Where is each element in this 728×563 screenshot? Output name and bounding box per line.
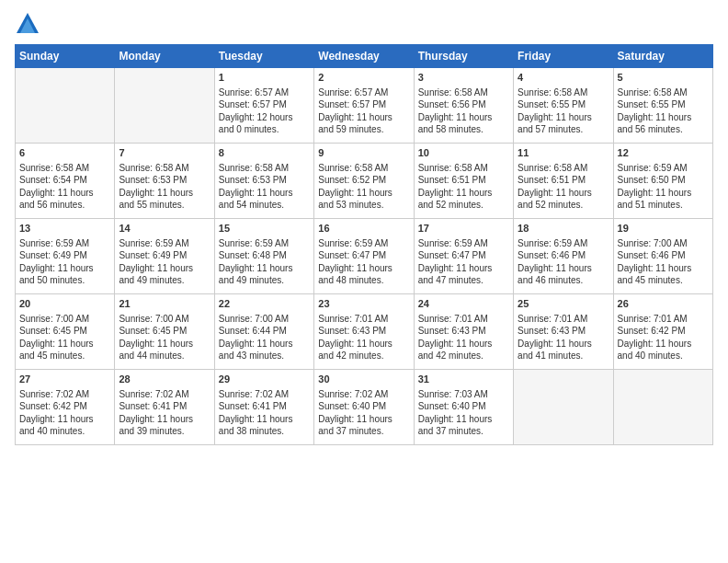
sunrise: Sunrise: 7:02 AM (19, 389, 89, 399)
daylight: Daylight: 11 hours and 54 minutes. (219, 188, 293, 211)
header-row: SundayMondayTuesdayWednesdayThursdayFrid… (16, 45, 713, 68)
sunset: Sunset: 6:53 PM (119, 175, 187, 185)
day-cell: 25Sunrise: 7:01 AMSunset: 6:43 PMDayligh… (514, 294, 613, 370)
sunset: Sunset: 6:49 PM (119, 250, 187, 260)
day-cell: 10Sunrise: 6:58 AMSunset: 6:51 PMDayligh… (414, 144, 513, 219)
day-cell: 7Sunrise: 6:58 AMSunset: 6:53 PMDaylight… (115, 144, 214, 219)
day-cell: 17Sunrise: 6:59 AMSunset: 6:47 PMDayligh… (414, 219, 513, 294)
day-number: 28 (119, 373, 210, 386)
logo-icon (15, 11, 40, 37)
sunset: Sunset: 6:42 PM (19, 401, 87, 411)
day-number: 1 (219, 71, 310, 85)
day-number: 5 (618, 71, 709, 85)
daylight: Daylight: 11 hours and 49 minutes. (219, 263, 293, 286)
sunset: Sunset: 6:57 PM (318, 99, 386, 109)
day-cell: 3Sunrise: 6:58 AMSunset: 6:56 PMDaylight… (414, 68, 513, 144)
day-number: 19 (618, 222, 709, 236)
daylight: Daylight: 11 hours and 46 minutes. (518, 263, 592, 286)
day-number: 22 (219, 297, 310, 311)
sunrise: Sunrise: 6:58 AM (318, 163, 388, 173)
calendar-header: SundayMondayTuesdayWednesdayThursdayFrid… (16, 45, 713, 68)
daylight: Daylight: 11 hours and 43 minutes. (219, 339, 293, 362)
day-number: 10 (418, 146, 509, 160)
sunset: Sunset: 6:53 PM (219, 175, 287, 185)
day-number: 6 (19, 146, 110, 160)
day-number: 13 (19, 222, 110, 236)
sunset: Sunset: 6:48 PM (219, 250, 287, 260)
sunrise: Sunrise: 7:02 AM (318, 389, 388, 399)
sunrise: Sunrise: 6:59 AM (618, 163, 688, 173)
day-number: 4 (518, 71, 609, 85)
sunrise: Sunrise: 6:58 AM (518, 163, 587, 173)
daylight: Daylight: 11 hours and 57 minutes. (518, 112, 592, 135)
header-day-monday: Monday (115, 45, 214, 68)
daylight: Daylight: 11 hours and 39 minutes. (119, 414, 193, 437)
day-number: 25 (518, 297, 609, 311)
day-number: 24 (418, 297, 509, 311)
header-day-saturday: Saturday (613, 45, 712, 68)
daylight: Daylight: 11 hours and 45 minutes. (19, 339, 94, 362)
header-day-sunday: Sunday (16, 45, 115, 68)
header-day-thursday: Thursday (414, 45, 513, 68)
sunset: Sunset: 6:51 PM (518, 175, 586, 185)
sunrise: Sunrise: 6:57 AM (219, 87, 289, 98)
day-number: 8 (219, 146, 310, 160)
day-cell: 5Sunrise: 6:58 AMSunset: 6:55 PMDaylight… (613, 68, 712, 144)
day-cell (613, 370, 712, 445)
day-cell: 19Sunrise: 7:00 AMSunset: 6:46 PMDayligh… (613, 219, 712, 294)
day-cell: 30Sunrise: 7:02 AMSunset: 6:40 PMDayligh… (314, 370, 414, 445)
sunrise: Sunrise: 6:58 AM (418, 163, 488, 173)
sunrise: Sunrise: 6:59 AM (318, 238, 388, 248)
sunset: Sunset: 6:54 PM (19, 175, 87, 185)
header-day-tuesday: Tuesday (214, 45, 313, 68)
logo (15, 11, 44, 37)
day-cell: 16Sunrise: 6:59 AMSunset: 6:47 PMDayligh… (314, 219, 414, 294)
sunrise: Sunrise: 6:59 AM (119, 238, 188, 248)
day-cell: 9Sunrise: 6:58 AMSunset: 6:52 PMDaylight… (314, 144, 414, 219)
day-number: 7 (119, 146, 210, 160)
daylight: Daylight: 11 hours and 52 minutes. (518, 188, 592, 211)
day-cell: 11Sunrise: 6:58 AMSunset: 6:51 PMDayligh… (514, 144, 613, 219)
week-row-1: 1Sunrise: 6:57 AMSunset: 6:57 PMDaylight… (16, 68, 713, 144)
daylight: Daylight: 11 hours and 53 minutes. (318, 188, 392, 211)
header-day-friday: Friday (514, 45, 613, 68)
sunset: Sunset: 6:41 PM (219, 401, 287, 411)
sunrise: Sunrise: 7:01 AM (618, 314, 688, 324)
sunset: Sunset: 6:43 PM (418, 326, 486, 336)
day-cell: 14Sunrise: 6:59 AMSunset: 6:49 PMDayligh… (115, 219, 214, 294)
sunrise: Sunrise: 7:00 AM (618, 238, 688, 248)
daylight: Daylight: 11 hours and 58 minutes. (418, 112, 493, 135)
sunrise: Sunrise: 6:59 AM (19, 238, 89, 248)
daylight: Daylight: 11 hours and 42 minutes. (418, 339, 493, 362)
daylight: Daylight: 11 hours and 48 minutes. (318, 263, 392, 286)
day-cell: 24Sunrise: 7:01 AMSunset: 6:43 PMDayligh… (414, 294, 513, 370)
daylight: Daylight: 11 hours and 42 minutes. (318, 339, 392, 362)
header (15, 11, 713, 37)
sunset: Sunset: 6:40 PM (418, 401, 486, 411)
day-cell: 6Sunrise: 6:58 AMSunset: 6:54 PMDaylight… (16, 144, 115, 219)
day-cell: 26Sunrise: 7:01 AMSunset: 6:42 PMDayligh… (613, 294, 712, 370)
day-number: 26 (618, 297, 709, 311)
daylight: Daylight: 11 hours and 40 minutes. (618, 339, 692, 362)
sunset: Sunset: 6:44 PM (219, 326, 287, 336)
sunrise: Sunrise: 7:02 AM (219, 389, 289, 399)
day-cell (514, 370, 613, 445)
daylight: Daylight: 11 hours and 44 minutes. (119, 339, 193, 362)
day-cell: 12Sunrise: 6:59 AMSunset: 6:50 PMDayligh… (613, 144, 712, 219)
day-cell: 18Sunrise: 6:59 AMSunset: 6:46 PMDayligh… (514, 219, 613, 294)
sunrise: Sunrise: 7:03 AM (418, 389, 488, 399)
week-row-5: 27Sunrise: 7:02 AMSunset: 6:42 PMDayligh… (16, 370, 713, 445)
daylight: Daylight: 11 hours and 51 minutes. (618, 188, 692, 211)
day-number: 11 (518, 146, 609, 160)
page-container: SundayMondayTuesdayWednesdayThursdayFrid… (0, 0, 728, 453)
sunrise: Sunrise: 6:57 AM (318, 87, 388, 98)
day-number: 21 (119, 297, 210, 311)
daylight: Daylight: 11 hours and 40 minutes. (19, 414, 94, 437)
sunset: Sunset: 6:45 PM (19, 326, 87, 336)
daylight: Daylight: 11 hours and 50 minutes. (19, 263, 94, 286)
sunrise: Sunrise: 6:59 AM (518, 238, 587, 248)
day-cell: 13Sunrise: 6:59 AMSunset: 6:49 PMDayligh… (16, 219, 115, 294)
sunrise: Sunrise: 7:00 AM (219, 314, 289, 324)
sunset: Sunset: 6:43 PM (518, 326, 586, 336)
day-cell: 15Sunrise: 6:59 AMSunset: 6:48 PMDayligh… (214, 219, 313, 294)
